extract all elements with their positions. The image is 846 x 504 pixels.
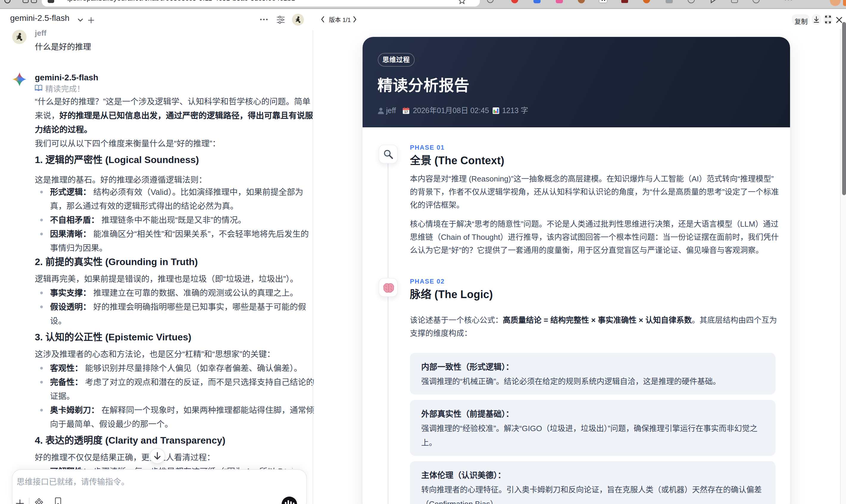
svg-text:17: 17: [404, 110, 408, 114]
